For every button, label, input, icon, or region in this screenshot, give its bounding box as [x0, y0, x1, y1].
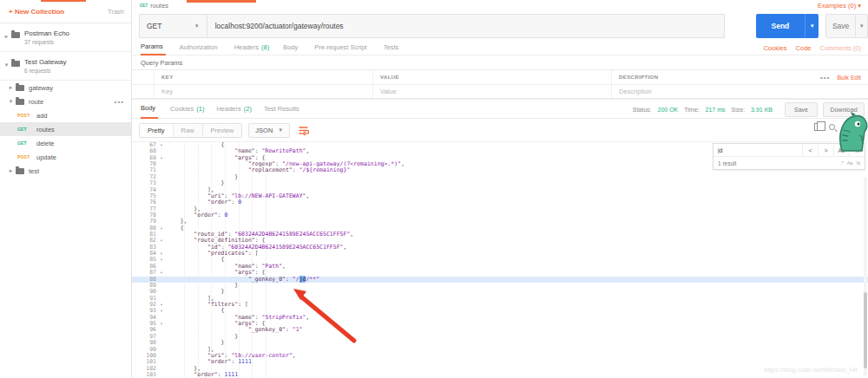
collection-test-gateway[interactable]: ▾ Test Gateway 6 requests [0, 52, 131, 81]
collection-tree: ▸gateway▾route•••POSTaddGETroutesGETdele… [0, 81, 131, 178]
tab-pre-request-script[interactable]: Pre-request Script [314, 40, 369, 55]
trash-button[interactable]: Trash [108, 8, 124, 16]
size-value: 3.91 KB [751, 107, 773, 113]
chevron-right-icon[interactable]: ▸ [7, 167, 15, 174]
param-description-input[interactable] [619, 88, 861, 95]
tab-params[interactable]: Params [141, 40, 166, 55]
tab-headers[interactable]: Headers(8) [234, 40, 270, 55]
fold-gutter [156, 277, 167, 283]
fold-toggle-icon[interactable]: ▾ [156, 142, 167, 148]
request-label: delete [36, 140, 54, 147]
url-input[interactable] [207, 14, 725, 38]
find-next-button[interactable]: > [818, 144, 833, 156]
collection-name: Test Gateway [24, 58, 66, 66]
copy-icon[interactable] [814, 123, 821, 131]
fold-toggle-icon[interactable]: ▾ [156, 270, 167, 276]
scrollbar-thumb[interactable] [864, 292, 867, 368]
column-description: DESCRIPTION [612, 70, 820, 84]
tab-authorization[interactable]: Authorization [180, 40, 220, 55]
open-tab-routes[interactable]: routes [150, 2, 168, 10]
folder-gateway[interactable]: ▸gateway [0, 81, 131, 94]
chevron-right-icon[interactable]: ▸ [3, 33, 10, 40]
tab-tests[interactable]: Tests [384, 40, 402, 55]
collection-request-count: 6 requests [24, 68, 66, 74]
response-tab-cookies[interactable]: Cookies(1) [170, 99, 204, 119]
code-line-90: 90 } [132, 289, 868, 295]
params-menu-button[interactable]: ••• [820, 74, 830, 81]
fold-toggle-icon[interactable]: ▾ [156, 155, 167, 161]
folder-route[interactable]: ▾route••• [0, 94, 131, 108]
chevron-right-icon[interactable]: ▸ [7, 84, 15, 91]
match-case-toggle[interactable]: Aa [847, 160, 853, 166]
send-button[interactable]: Send [756, 14, 806, 38]
sidebar: + New Collection Trash ▸ Postman Echo 37… [0, 0, 132, 378]
save-options-button[interactable]: ▼ [856, 14, 868, 38]
response-tab-test-results[interactable]: Test Results [264, 99, 302, 119]
collection-postman-echo[interactable]: ▸ Postman Echo 37 requests [0, 23, 131, 52]
save-request-button[interactable]: Save [825, 14, 856, 38]
code-line-77: 77 }, [132, 206, 868, 212]
examples-dropdown[interactable]: Examples (0) ▾ [818, 2, 861, 10]
fold-gutter [156, 193, 167, 199]
response-tab-headers[interactable]: Headers(2) [216, 99, 252, 119]
fold-toggle-icon[interactable]: ▾ [156, 308, 167, 314]
fold-toggle-icon[interactable]: ▾ [156, 251, 167, 257]
folder-icon [16, 99, 24, 105]
code-line-72: 72 } [132, 174, 868, 180]
fold-gutter [156, 264, 167, 270]
tab-body[interactable]: Body [283, 40, 300, 55]
format-select[interactable]: JSON▼ [248, 123, 290, 138]
response-tab-body[interactable]: Body [141, 99, 158, 119]
wrap-lines-icon[interactable] [296, 123, 311, 138]
fold-toggle-icon[interactable]: ▾ [156, 302, 167, 308]
code-line-97: 97 } [132, 334, 868, 340]
collection-folder-icon [11, 32, 20, 38]
find-previous-button[interactable]: < [802, 144, 818, 156]
bulk-edit-link[interactable]: Bulk Edit [837, 75, 861, 81]
code-line-79: 79 }, [132, 218, 868, 225]
chevron-down-icon[interactable]: ▾ [3, 62, 10, 68]
fold-toggle-icon[interactable]: ▾ [156, 321, 167, 327]
cookies-link[interactable]: Cookies [763, 44, 786, 52]
fold-gutter [156, 340, 167, 346]
response-body-viewer[interactable]: 67▾ {68 "name": "RewritePath",69▾ "args"… [132, 141, 868, 378]
view-pretty-button[interactable]: Pretty [140, 124, 173, 137]
vertical-scrollbar[interactable] [864, 177, 867, 376]
collection-request-count: 37 requests [24, 39, 69, 45]
code-line-103: 103 "order": 1111 [132, 372, 868, 378]
fold-toggle-icon[interactable]: ▾ [156, 238, 167, 244]
code-link[interactable]: Code [796, 44, 812, 52]
postman-app: + New Collection Trash ▸ Postman Echo 37… [0, 0, 868, 378]
request-routes[interactable]: GETroutes [0, 122, 131, 136]
request-update[interactable]: POSTupdate [0, 150, 131, 164]
method-value: GET [147, 22, 161, 30]
folder-menu-button[interactable]: ••• [115, 98, 124, 106]
fold-toggle-icon[interactable]: ▾ [156, 257, 167, 263]
request-delete[interactable]: GETdelete [0, 136, 131, 150]
status-label: Status: [633, 107, 652, 113]
fold-gutter [156, 289, 167, 295]
fold-gutter [156, 174, 167, 180]
fold-gutter [156, 206, 167, 212]
request-add[interactable]: POSTadd [0, 108, 131, 122]
param-value-input[interactable] [380, 88, 604, 95]
fold-gutter [156, 347, 167, 353]
param-key-input[interactable] [161, 88, 365, 95]
folder-test[interactable]: ▸test [0, 164, 131, 178]
send-options-button[interactable]: ▼ [805, 14, 819, 38]
save-response-button[interactable]: Save [785, 102, 818, 117]
search-input[interactable] [713, 144, 802, 156]
query-params-input-row [132, 84, 868, 99]
chevron-down-icon[interactable]: ▾ [7, 98, 15, 105]
whole-word-toggle[interactable]: \b [856, 160, 860, 166]
regex-toggle[interactable]: .* [840, 160, 844, 166]
size-label: Size: [732, 107, 746, 113]
view-preview-button[interactable]: Preview [202, 124, 242, 137]
comments-link[interactable]: Comments (0) [819, 44, 861, 52]
fold-toggle-icon[interactable]: ▾ [156, 225, 167, 231]
method-select[interactable]: GET ▼ [139, 14, 207, 38]
method-badge: POST [17, 154, 33, 160]
folder-icon [16, 168, 24, 174]
new-collection-button[interactable]: + New Collection [9, 8, 64, 16]
view-raw-button[interactable]: Raw [173, 124, 202, 137]
